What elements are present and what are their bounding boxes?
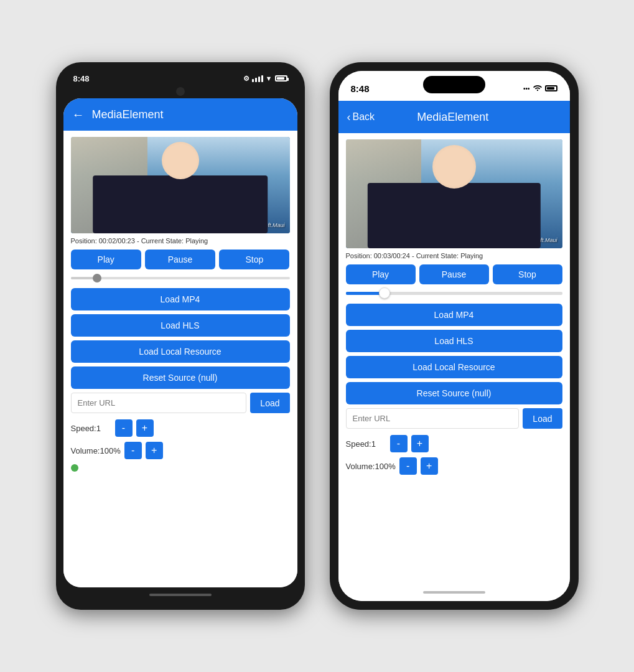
iphone-home-line [423,591,485,594]
android-home-bar [63,587,297,602]
iphone-url-row: Load [346,408,562,429]
iphone-status-text: Position: 00:03/00:24 - Current State: P… [346,252,562,259]
iphone-load-mp4-button[interactable]: Load MP4 [346,304,562,326]
android-wifi-icon: ▼ [266,75,273,82]
iphone-play-button[interactable]: Play [346,264,416,284]
iphone-video-player[interactable]: using Microsoft.Maui [346,139,562,248]
android-toolbar: ← MediaElement [63,98,297,131]
iphone-slider-fill [346,292,385,295]
android-play-button[interactable]: Play [71,250,141,269]
android-video-player[interactable]: using Microsoft.Maui [71,137,290,233]
android-load-mp4-button[interactable]: Load MP4 [71,288,290,310]
iphone-toolbar-title: MediaElement [382,111,523,124]
iphone-load-hls-button[interactable]: Load HLS [346,330,562,352]
iphone-battery-icon [545,85,557,91]
android-reset-source-button[interactable]: Reset Source (null) [71,366,290,389]
android-status-text: Position: 00:02/00:23 - Current State: P… [71,237,290,245]
iphone-volume-label: Volume:100% [346,462,396,471]
iphone-status-icons: ••• [523,84,557,93]
android-green-row [71,464,290,472]
iphone-speed-row: Speed:1 - + [346,435,562,452]
android-slider-thumb[interactable] [93,274,101,282]
android-screen: ← MediaElement using Microsoft.Maui Posi… [63,98,297,587]
iphone-playback-controls: Play Pause Stop [346,264,562,284]
android-battery-icon [275,75,287,82]
android-status-bar: 8:48 ⚙ ▼ [63,70,297,87]
iphone-chevron-icon: ‹ [347,111,351,124]
iphone-stop-button[interactable]: Stop [493,264,562,284]
android-home-line [149,594,212,596]
android-load-local-button[interactable]: Load Local Resource [71,340,290,363]
iphone-slider-track[interactable] [346,292,562,295]
iphone-back-button[interactable]: ‹ Back [347,111,375,124]
iphone-content: using Microsoft.Maui Position: 00:03/00:… [338,133,570,584]
android-back-button[interactable]: ← [72,108,85,122]
android-load-hls-button[interactable]: Load HLS [71,314,290,337]
iphone-speed-minus-button[interactable]: - [390,435,408,452]
iphone-reset-source-button[interactable]: Reset Source (null) [346,382,562,404]
android-pause-button[interactable]: Pause [145,250,215,269]
iphone-slider-thumb[interactable] [379,287,390,299]
android-phone: 8:48 ⚙ ▼ ← MediaElement [56,62,305,610]
android-speed-minus-button[interactable]: - [115,419,133,437]
android-camera [176,87,185,96]
iphone-toolbar: ‹ Back MediaElement [338,101,570,133]
android-url-input[interactable] [71,393,247,413]
android-speed-plus-button[interactable]: + [136,419,154,437]
iphone-time: 8:48 [351,83,370,94]
android-volume-row: Volume:100% - + [71,442,290,459]
iphone-speed-plus-button[interactable]: + [411,435,429,452]
android-green-dot [71,464,78,472]
iphone-volume-row: Volume:100% - + [346,457,562,475]
android-slider-track[interactable] [71,277,290,279]
iphone-load-local-button[interactable]: Load Local Resource [346,356,562,378]
android-speed-row: Speed:1 - + [71,419,290,437]
android-toolbar-title: MediaElement [92,108,164,121]
android-playback-controls: Play Pause Stop [71,250,290,269]
iphone-home-bar [338,584,570,601]
iphone-speed-label: Speed:1 [346,439,386,449]
iphone-slider-container [346,289,562,297]
iphone-status-bar: 8:48 ••• [338,71,570,101]
iphone: 8:48 ••• [330,62,579,610]
iphone-dynamic-island [423,76,485,93]
android-volume-minus-button[interactable]: - [124,442,142,459]
android-volume-plus-button[interactable]: + [146,442,163,459]
iphone-volume-minus-button[interactable]: - [399,457,417,475]
iphone-dots-icon: ••• [523,85,530,92]
android-video-head [162,142,199,179]
android-time: 8:48 [73,74,90,83]
android-volume-label: Volume:100% [71,446,121,455]
iphone-screen: 8:48 ••• [338,71,570,601]
android-stop-button[interactable]: Stop [219,250,289,269]
android-video-body [93,175,268,233]
android-speed-label: Speed:1 [71,424,111,433]
android-content: using Microsoft.Maui Position: 00:02/00:… [63,131,297,587]
iphone-pause-button[interactable]: Pause [419,264,489,284]
iphone-back-label: Back [353,111,375,123]
iphone-video-body [367,183,540,248]
iphone-video-head [432,145,476,189]
android-url-row: Load [71,393,290,413]
android-load-button[interactable]: Load [250,393,289,413]
android-signal-icon [252,75,263,82]
android-settings-icon: ⚙ [243,75,249,83]
iphone-wifi-icon [533,84,542,93]
iphone-volume-plus-button[interactable]: + [421,457,438,475]
scene: 8:48 ⚙ ▼ ← MediaElement [31,37,604,635]
android-slider-container [71,274,290,282]
iphone-url-input[interactable] [346,408,520,429]
android-slider-fill [71,277,97,279]
iphone-load-button[interactable]: Load [523,408,562,429]
